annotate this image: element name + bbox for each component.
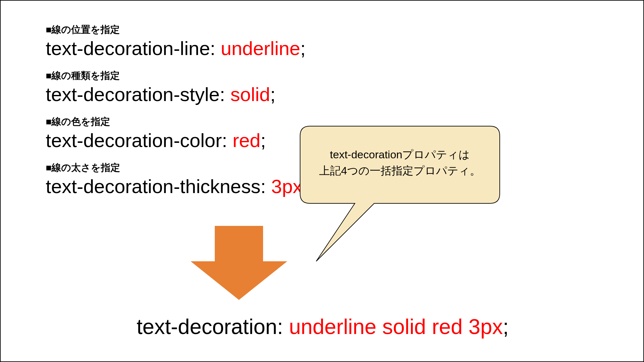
- property-label: ■線の色を指定: [46, 115, 308, 128]
- property-value: underline: [221, 38, 300, 59]
- callout-line1: text-decorationプロパティは: [330, 148, 470, 161]
- svg-marker-0: [191, 226, 287, 300]
- property-block: ■線の色を指定 text-decoration-color: red;: [46, 115, 308, 152]
- shorthand-prop: text-decoration: [137, 315, 277, 339]
- property-code: text-decoration-style: solid;: [46, 83, 308, 106]
- shorthand-value: underline solid red 3px: [289, 315, 503, 339]
- property-value: solid: [231, 84, 270, 105]
- slide-container: ■線の位置を指定 text-decoration-line: underline…: [0, 0, 644, 362]
- property-code: text-decoration-color: red;: [46, 129, 308, 152]
- property-label: ■線の位置を指定: [46, 23, 308, 36]
- property-name: text-decoration-color: [46, 130, 222, 151]
- property-value: red: [232, 130, 260, 151]
- shorthand-code: text-decoration: underline solid red 3px…: [1, 314, 644, 339]
- property-code: text-decoration-line: underline;: [46, 37, 308, 60]
- down-arrow-icon: [191, 226, 287, 301]
- property-block: ■線の位置を指定 text-decoration-line: underline…: [46, 23, 308, 60]
- property-name: text-decoration-style: [46, 84, 220, 105]
- speech-callout: text-decorationプロパティは 上記4つの一括指定プロパティ。: [297, 123, 503, 266]
- property-list: ■線の位置を指定 text-decoration-line: underline…: [46, 23, 308, 207]
- property-block: ■線の太さを指定 text-decoration-thickness: 3px;: [46, 161, 308, 198]
- property-name: text-decoration-line: [46, 38, 210, 59]
- property-name: text-decoration-thickness: [46, 176, 260, 197]
- property-code: text-decoration-thickness: 3px;: [46, 175, 308, 198]
- property-block: ■線の種類を指定 text-decoration-style: solid;: [46, 69, 308, 106]
- property-label: ■線の種類を指定: [46, 69, 308, 82]
- callout-line2: 上記4つの一括指定プロパティ。: [319, 164, 481, 177]
- property-label: ■線の太さを指定: [46, 161, 308, 174]
